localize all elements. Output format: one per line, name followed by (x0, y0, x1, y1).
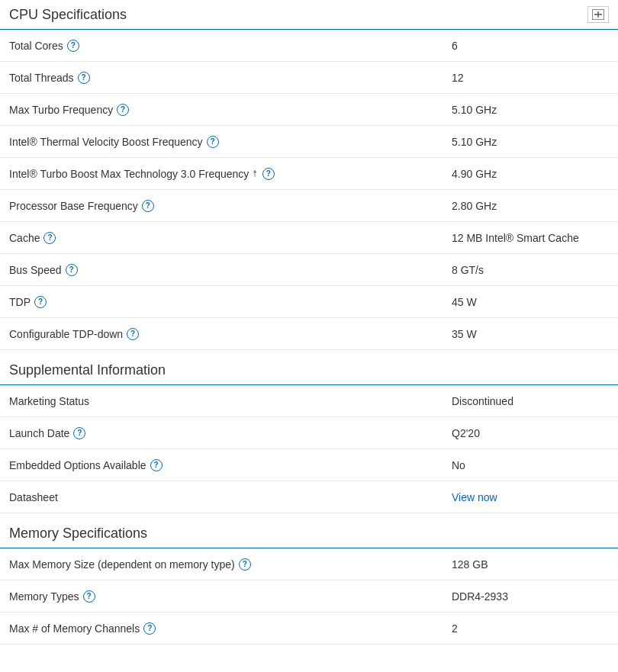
spec-label-text: Bus Speed (9, 264, 62, 276)
spec-label-text: Launch Date (9, 427, 69, 439)
info-icon[interactable]: ? (43, 232, 56, 244)
spec-label-text: Total Cores (9, 40, 63, 52)
table-row: Intel® Thermal Velocity Boost Frequency?… (0, 126, 618, 158)
spec-value-text: No (452, 459, 609, 471)
info-icon[interactable]: ? (150, 459, 163, 471)
spec-label-text: Configurable TDP-down (9, 328, 123, 340)
cpu-specifications-section: CPU Specifications Total Cores?6Total Th… (0, 0, 618, 350)
supplemental-section-title: Supplemental Information (9, 362, 166, 378)
cpu-spec-rows: Total Cores?6Total Threads?12Max Turbo F… (0, 30, 618, 350)
table-row: Bus Speed?8 GT/s (0, 254, 618, 286)
info-icon[interactable]: ? (83, 590, 95, 603)
table-row: Max Turbo Frequency?5.10 GHz (0, 94, 618, 126)
spec-value-text: 4.90 GHz (452, 168, 609, 180)
info-icon[interactable]: ? (239, 558, 251, 571)
spec-label-text: Marketing Status (9, 395, 89, 407)
table-row: Cache?12 MB Intel® Smart Cache (0, 222, 618, 254)
table-row: Max Memory Size (dependent on memory typ… (0, 548, 618, 580)
info-icon[interactable]: ? (143, 622, 156, 635)
cpu-section-title: CPU Specifications (9, 7, 127, 23)
memory-specifications-section: Memory Specifications Max Memory Size (d… (0, 519, 618, 645)
info-icon[interactable]: ? (142, 200, 154, 212)
spec-label-text: Max # of Memory Channels (9, 622, 140, 635)
spec-label-text: Datasheet (9, 491, 58, 503)
spec-value-text: 2 (452, 622, 609, 635)
table-row: Launch Date?Q2'20 (0, 417, 618, 449)
table-row: Configurable TDP-down?35 W (0, 318, 618, 350)
table-row: Total Cores?6 (0, 30, 618, 62)
memory-spec-rows: Max Memory Size (dependent on memory typ… (0, 548, 618, 645)
memory-section-title: Memory Specifications (9, 526, 147, 542)
spec-value-text: 128 GB (452, 558, 609, 571)
spec-value-text: Discontinued (452, 395, 609, 407)
spec-value-text: 45 W (452, 296, 609, 308)
info-icon[interactable]: ? (34, 296, 47, 308)
table-row: Memory Types?DDR4-2933 (0, 580, 618, 613)
spec-label-text: TDP (9, 296, 31, 308)
cpu-section-header: CPU Specifications (0, 0, 618, 30)
info-icon[interactable]: ? (67, 40, 79, 52)
spec-label-text: Intel® Thermal Velocity Boost Frequency (9, 136, 203, 148)
spec-label-text: Processor Base Frequency (9, 200, 138, 212)
spec-value-text: 8 GT/s (452, 264, 609, 276)
table-row: TDP?45 W (0, 286, 618, 318)
spec-value-text: 12 (452, 72, 609, 84)
info-icon[interactable]: ? (127, 328, 139, 340)
spec-label-text: Cache (9, 232, 40, 244)
table-row: Embedded Options Available?No (0, 449, 618, 481)
info-icon[interactable]: ? (66, 264, 78, 276)
spec-value-text[interactable]: View now (452, 491, 609, 503)
spec-label-text: Embedded Options Available (9, 459, 146, 471)
info-icon[interactable]: ? (262, 168, 275, 180)
dagger-symbol: † (253, 169, 257, 178)
spec-value-text: 5.10 GHz (452, 104, 609, 116)
spec-value-text: 5.10 GHz (452, 136, 609, 148)
table-row: Intel® Turbo Boost Max Technology 3.0 Fr… (0, 158, 618, 190)
spec-value-text: 6 (452, 40, 609, 52)
table-row: DatasheetView now (0, 481, 618, 513)
info-icon[interactable]: ? (207, 136, 219, 148)
spec-label-text: Intel® Turbo Boost Max Technology 3.0 Fr… (9, 168, 249, 180)
table-row: Total Threads?12 (0, 62, 618, 94)
info-icon[interactable]: ? (73, 427, 85, 439)
info-icon[interactable]: ? (78, 72, 90, 84)
cpu-collapse-button[interactable] (587, 6, 609, 23)
spec-value-text: DDR4-2933 (452, 590, 609, 603)
spec-label-text: Memory Types (9, 590, 79, 603)
spec-value-text: Q2'20 (452, 427, 609, 439)
spec-label-text: Max Turbo Frequency (9, 104, 113, 116)
spec-value-text: 12 MB Intel® Smart Cache (452, 232, 609, 244)
spec-value-text: 2.80 GHz (452, 200, 609, 212)
memory-section-header: Memory Specifications (0, 519, 618, 548)
spec-label-text: Total Threads (9, 72, 74, 84)
supplemental-section: Supplemental Information Marketing Statu… (0, 356, 618, 513)
supplemental-spec-rows: Marketing StatusDiscontinuedLaunch Date?… (0, 385, 618, 513)
table-row: Marketing StatusDiscontinued (0, 385, 618, 417)
supplemental-section-header: Supplemental Information (0, 356, 618, 385)
spec-label-text: Max Memory Size (dependent on memory typ… (9, 558, 235, 571)
table-row: Processor Base Frequency?2.80 GHz (0, 190, 618, 222)
info-icon[interactable]: ? (117, 104, 129, 116)
spec-value-text: 35 W (452, 328, 609, 340)
table-row: Max # of Memory Channels?2 (0, 613, 618, 645)
